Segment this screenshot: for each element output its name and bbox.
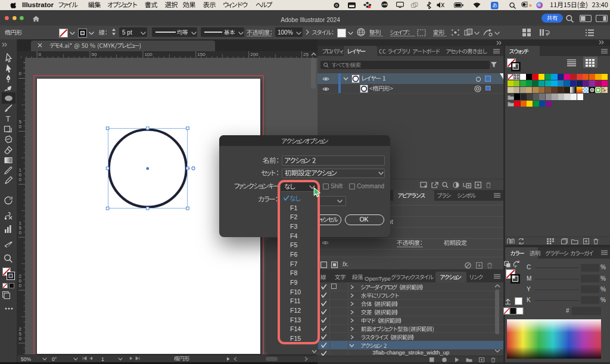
svg-text:LINE: LINE	[382, 3, 387, 6]
